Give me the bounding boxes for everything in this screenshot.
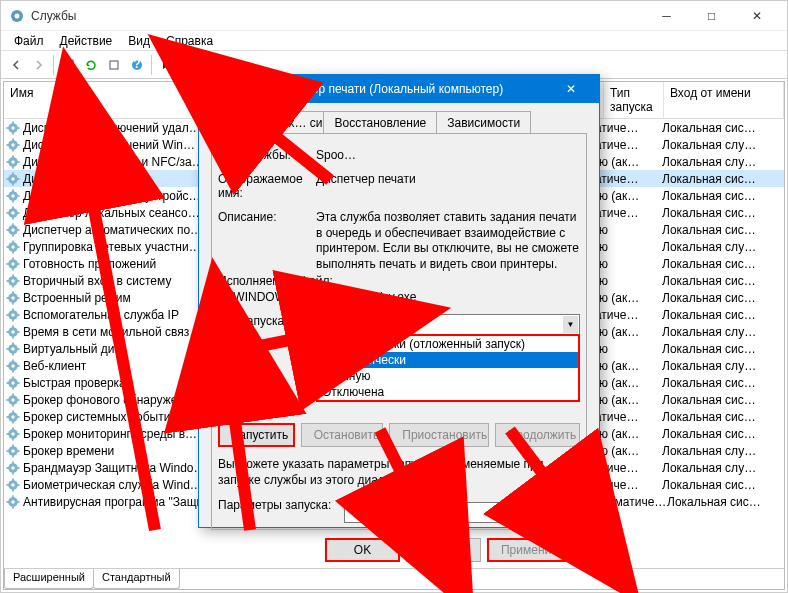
svg-rect-134: [12, 461, 14, 464]
start-button[interactable]: Запустить: [218, 423, 295, 447]
svg-rect-129: [12, 454, 14, 457]
chevron-down-icon[interactable]: ▼: [563, 316, 578, 333]
service-logon: Локальная сис…: [662, 274, 782, 288]
service-name: Вспомогательная служба IP: [23, 308, 209, 322]
svg-rect-56: [12, 240, 14, 243]
option-auto[interactable]: Автоматически: [318, 352, 578, 368]
svg-rect-46: [6, 212, 9, 214]
label-startup-type: Тип запуска:: [218, 314, 310, 328]
svg-rect-16: [6, 127, 9, 129]
startup-type-dropdown[interactable]: Автоматически ▼ Автоматически (отложенны…: [316, 314, 580, 335]
svg-rect-32: [12, 172, 14, 175]
cancel-button[interactable]: Отмена: [406, 538, 481, 562]
svg-point-85: [11, 330, 15, 334]
svg-rect-136: [6, 467, 9, 469]
svg-rect-59: [17, 246, 20, 248]
toolbar-play-icon[interactable]: [155, 54, 177, 76]
svg-rect-76: [6, 297, 9, 299]
ok-button[interactable]: OK: [325, 538, 400, 562]
pause-button[interactable]: Приостановить: [389, 423, 488, 447]
svg-rect-123: [12, 437, 14, 440]
label-display-name: Отображаемое имя:: [218, 172, 310, 200]
svg-rect-82: [6, 314, 9, 316]
tab-dependencies[interactable]: Зависимости: [436, 111, 531, 133]
svg-point-73: [11, 296, 15, 300]
svg-rect-137: [17, 467, 20, 469]
label-description: Описание:: [218, 210, 310, 224]
svg-rect-106: [6, 382, 9, 384]
menu-view[interactable]: Вид: [121, 33, 157, 48]
svg-rect-23: [17, 144, 20, 146]
option-auto-delayed[interactable]: Автоматически (отложенный запуск): [318, 336, 578, 352]
svg-rect-22: [6, 144, 9, 146]
main-title: Службы: [31, 9, 644, 23]
svg-point-55: [11, 245, 15, 249]
service-name: Вторичный вход в систему: [23, 274, 209, 288]
toolbar-forward-icon[interactable]: [28, 54, 50, 76]
option-manual[interactable]: Вручную: [318, 368, 578, 384]
svg-rect-70: [6, 280, 9, 282]
option-disabled[interactable]: Отключена: [318, 384, 578, 400]
svg-rect-95: [17, 348, 20, 350]
toolbar-help-icon[interactable]: ?: [126, 54, 148, 76]
svg-rect-93: [12, 352, 14, 355]
toolbar-restart-icon[interactable]: [224, 54, 246, 76]
service-logon: Локальная сис…: [662, 121, 782, 135]
svg-rect-75: [12, 301, 14, 304]
svg-rect-50: [12, 223, 14, 226]
params-input[interactable]: [344, 502, 580, 523]
tab-logon[interactable]: Вx… систему: [269, 111, 324, 133]
svg-rect-52: [6, 229, 9, 231]
svg-rect-140: [12, 478, 14, 481]
column-name[interactable]: Имя: [4, 82, 209, 118]
menu-help[interactable]: Справка: [159, 33, 220, 48]
svg-point-145: [11, 500, 15, 504]
toolbar-refresh-icon[interactable]: [80, 54, 102, 76]
tab-recovery[interactable]: Восстановление: [323, 111, 437, 133]
toolbar-separator: [53, 55, 54, 75]
dialog-titlebar[interactable]: Свойства: Диспетчер печати (Локальный ко…: [199, 75, 599, 103]
svg-point-49: [11, 228, 15, 232]
svg-rect-45: [12, 216, 14, 219]
maximize-button[interactable]: □: [689, 2, 734, 30]
toolbar-properties-icon[interactable]: [57, 54, 79, 76]
window-controls: ─ □ ✕: [644, 2, 779, 30]
toolbar-back-icon[interactable]: [5, 54, 27, 76]
service-logon: Локальная слу…: [662, 359, 782, 373]
close-button[interactable]: ✕: [734, 2, 779, 30]
toolbar-pause-icon[interactable]: [201, 54, 223, 76]
menu-file[interactable]: Файл: [7, 33, 51, 48]
svg-rect-11: [237, 61, 239, 69]
apply-button[interactable]: Применить: [487, 538, 577, 562]
svg-rect-20: [12, 138, 14, 141]
svg-point-121: [11, 432, 15, 436]
svg-rect-99: [12, 369, 14, 372]
svg-rect-86: [12, 325, 14, 328]
tab-standard[interactable]: Стандартный: [93, 569, 180, 589]
resume-button[interactable]: Продолжить: [495, 423, 580, 447]
svg-rect-69: [12, 284, 14, 287]
dialog-close-button[interactable]: ✕: [551, 75, 591, 103]
toolbar-export-icon[interactable]: [103, 54, 125, 76]
svg-point-133: [11, 466, 15, 470]
service-name: Диспетчер подключений удал…: [23, 121, 209, 135]
minimize-button[interactable]: ─: [644, 2, 689, 30]
stop-button[interactable]: Остановить: [301, 423, 384, 447]
svg-rect-118: [6, 416, 9, 418]
svg-rect-88: [6, 331, 9, 333]
menu-action[interactable]: Действие: [53, 33, 120, 48]
service-logon: Локальная сис…: [667, 495, 782, 509]
tab-extended[interactable]: Расширенный: [4, 569, 94, 589]
svg-rect-107: [17, 382, 20, 384]
dialog-title: Свойства: Диспетчер печати (Локальный ко…: [207, 82, 551, 96]
service-logon: Локальная слу…: [662, 138, 782, 152]
svg-rect-122: [12, 427, 14, 430]
column-logon[interactable]: Вход от имени: [664, 82, 784, 118]
service-name: Биометрическая служба Wind…: [23, 478, 209, 492]
column-startup[interactable]: Тип запуска: [604, 82, 664, 118]
svg-rect-92: [12, 342, 14, 345]
startup-type-value[interactable]: Автоматически: [316, 314, 580, 335]
tab-general[interactable]: Общие: [211, 111, 270, 134]
svg-text:?: ?: [133, 58, 140, 71]
toolbar-stop-icon[interactable]: [178, 54, 200, 76]
